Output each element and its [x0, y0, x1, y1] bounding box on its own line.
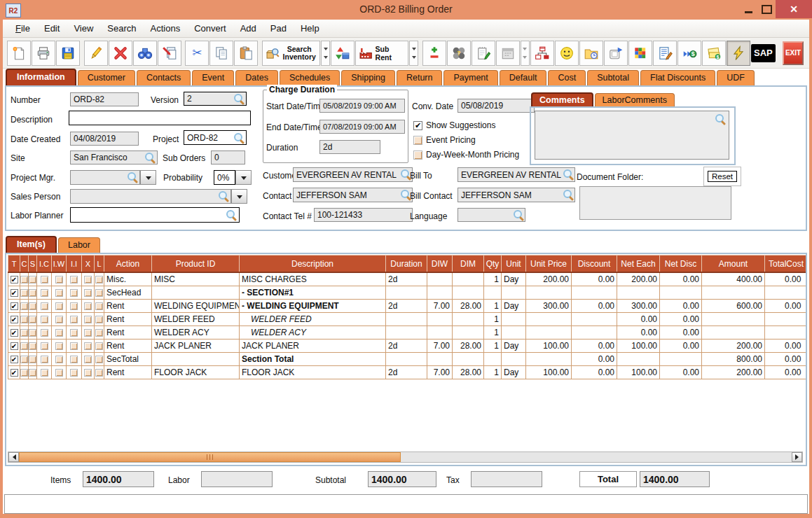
table-row[interactable]: ✔Misc.MISCMISC CHARGES2d1Day200.000.0020…	[8, 272, 806, 286]
table-cell[interactable]	[526, 286, 572, 299]
tab-schedules[interactable]: Schedules	[280, 70, 340, 85]
table-cell[interactable]: 0.00	[765, 299, 806, 312]
menu-item-search[interactable]: Search	[100, 23, 143, 34]
contact-field[interactable]	[293, 188, 413, 202]
table-cell[interactable]	[427, 272, 453, 286]
probability-field[interactable]	[214, 170, 235, 185]
table-cell[interactable]: 1	[484, 312, 502, 326]
bill-contact-search-icon[interactable]	[563, 189, 574, 200]
delete-button[interactable]	[109, 41, 132, 66]
bill-to-search-icon[interactable]	[563, 169, 574, 180]
table-cell[interactable]: 28.00	[453, 365, 484, 379]
row-checkbox-cell[interactable]	[52, 365, 67, 379]
money-transfer-button[interactable]: $	[677, 41, 701, 66]
column-header-product-id[interactable]: Product ID	[152, 255, 240, 273]
sales-person-field[interactable]	[70, 189, 231, 204]
table-cell[interactable]: Section Total	[240, 352, 386, 365]
checkbox-icon[interactable]	[84, 356, 92, 363]
row-checkbox-cell[interactable]	[82, 286, 95, 299]
checkbox-icon[interactable]	[84, 276, 92, 284]
number-field[interactable]	[70, 92, 139, 106]
maximize-button[interactable]	[757, 0, 776, 18]
paste-button[interactable]	[234, 41, 258, 66]
horizontal-scrollbar[interactable]	[8, 451, 803, 463]
bill-to-field[interactable]	[457, 167, 575, 182]
table-cell[interactable]: JACK PLANER	[152, 339, 240, 352]
table-cell[interactable]: WELDER FEED	[240, 312, 386, 326]
checkbox-icon[interactable]	[20, 369, 28, 377]
column-header-discount[interactable]: Discount	[572, 255, 617, 273]
language-search-icon[interactable]	[513, 209, 524, 220]
table-cell[interactable]: 0.00	[660, 312, 702, 326]
table-cell[interactable]: MISC	[152, 272, 240, 286]
table-cell[interactable]	[765, 312, 806, 326]
table-cell[interactable]: Day	[502, 272, 526, 286]
table-cell[interactable]: Rent	[104, 339, 152, 352]
print-button[interactable]	[32, 41, 55, 66]
start-datetime-field[interactable]	[319, 99, 405, 113]
table-row[interactable]: ✔RentJACK PLANERJACK PLANER2d7.0028.001D…	[8, 339, 806, 352]
table-cell[interactable]	[572, 286, 617, 299]
column-header-i-w[interactable]: I.W	[52, 255, 67, 273]
checkbox-icon[interactable]	[55, 289, 63, 297]
comments-textarea[interactable]	[535, 111, 729, 160]
checkbox-icon[interactable]	[41, 276, 48, 284]
checkbox-icon[interactable]	[55, 342, 63, 350]
checkbox-icon[interactable]	[84, 369, 92, 377]
table-cell[interactable]: 7.00	[427, 339, 453, 352]
table-cell[interactable]	[453, 312, 484, 326]
tab-customer[interactable]: Customer	[78, 70, 135, 85]
table-cell[interactable]	[427, 352, 453, 365]
row-checkbox-cell[interactable]: ✔	[8, 352, 20, 365]
row-checkbox-cell[interactable]	[67, 272, 82, 286]
checkbox-icon[interactable]	[20, 329, 28, 337]
edit-button[interactable]	[84, 41, 108, 66]
checkbox-icon[interactable]: ✔	[11, 289, 18, 297]
checkbox-icon[interactable]	[413, 136, 422, 145]
row-checkbox-cell[interactable]	[52, 312, 67, 326]
table-cell[interactable]	[572, 312, 617, 326]
column-header-qty[interactable]: Qty	[484, 255, 502, 273]
checkbox-icon[interactable]: ✔	[11, 316, 18, 323]
table-cell[interactable]: 0.00	[572, 352, 617, 365]
row-checkbox-cell[interactable]	[82, 299, 95, 312]
tab-shipping[interactable]: Shipping	[341, 70, 395, 85]
tab-contacts[interactable]: Contacts	[137, 70, 191, 85]
table-cell[interactable]	[386, 326, 427, 339]
notepad-button[interactable]	[472, 41, 495, 66]
column-header-action[interactable]: Action	[104, 255, 152, 273]
smiley-button[interactable]	[555, 41, 579, 66]
tab-item-s[interactable]: Item(s)	[6, 236, 57, 253]
checkbox-icon[interactable]	[95, 289, 103, 297]
row-checkbox-cell[interactable]	[95, 352, 104, 365]
scrollbar-thumb[interactable]	[19, 452, 401, 462]
checkbox-icon[interactable]	[95, 342, 103, 350]
table-cell[interactable]: 0.00	[617, 326, 660, 339]
row-checkbox-cell[interactable]	[29, 365, 37, 379]
table-cell[interactable]: - SECTION#1	[240, 286, 386, 299]
contact-tel-field[interactable]	[314, 208, 413, 222]
row-checkbox-cell[interactable]	[82, 365, 95, 379]
date-created-field[interactable]	[70, 132, 139, 146]
project-search-icon[interactable]	[233, 132, 245, 144]
minimize-button[interactable]	[739, 0, 757, 18]
column-header-i-c[interactable]: I.C	[37, 255, 52, 273]
calendar-dropdown[interactable]	[521, 41, 530, 66]
org-chart-button[interactable]	[530, 41, 554, 66]
table-cell[interactable]: 2d	[386, 299, 427, 312]
table-cell[interactable]: 0.00	[572, 339, 617, 352]
sap-button[interactable]: SAP	[751, 44, 776, 62]
tab-flat-discounts[interactable]: Flat Discounts	[640, 70, 715, 85]
table-cell[interactable]: 800.00	[702, 352, 765, 365]
table-cell[interactable]: 2d	[386, 339, 427, 352]
table-cell[interactable]	[765, 326, 806, 339]
checkbox-icon[interactable]	[29, 369, 36, 377]
menu-item-actions[interactable]: Actions	[144, 23, 188, 34]
table-cell[interactable]: Day	[502, 299, 526, 312]
table-cell[interactable]: 0.00	[765, 352, 806, 365]
menu-item-pad[interactable]: Pad	[263, 23, 294, 34]
row-checkbox-cell[interactable]	[29, 326, 37, 339]
row-checkbox-cell[interactable]	[20, 286, 29, 299]
table-cell[interactable]: - WELDING EQUIPMENT	[240, 299, 386, 312]
availability-button[interactable]: ?	[447, 41, 471, 66]
